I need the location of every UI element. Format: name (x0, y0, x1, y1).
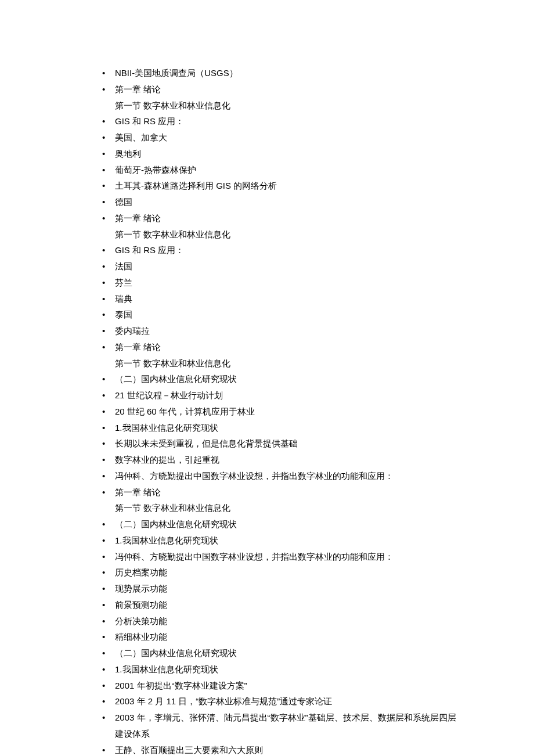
list-item: 历史档案功能 (99, 564, 464, 581)
list-item: 芬兰 (99, 275, 464, 291)
list-item: 数字林业的提出，引起重视 (99, 452, 464, 468)
list-item-text: （二）国内林业信息化研究现状 (115, 648, 237, 658)
list-item-text: （二）国内林业信息化研究现状 (115, 374, 237, 384)
list-item: 1.我国林业信息化研究现状 (99, 420, 464, 436)
list-item: 冯仲科、方晓勤提出中国数字林业设想，并指出数字林业的功能和应用： (99, 468, 464, 484)
list-item-text: 第一章 绪论 (115, 342, 161, 352)
list-item-text: 20 世纪 60 年代，计算机应用于林业 (115, 406, 255, 416)
list-item: 王静、张百顺提出三大要素和六大原则 (99, 742, 464, 757)
list-item: 第一章 绪论第一节 数字林业和林业信息化 (99, 81, 464, 114)
list-item: 前景预测功能 (99, 597, 464, 613)
list-item-text: 1.我国林业信息化研究现状 (115, 423, 218, 433)
list-item: 法国 (99, 258, 464, 275)
list-item-text: 2003 年 2 月 11 日，“数字林业标准与规范”通过专家论证 (115, 696, 332, 706)
list-item: （二）国内林业信息化研究现状 (99, 371, 464, 387)
list-item-text: 前景预测功能 (115, 600, 167, 610)
list-item: 精细林业功能 (99, 629, 464, 645)
list-item: 1.我国林业信息化研究现状 (99, 532, 464, 549)
list-item-text: 分析决策功能 (115, 616, 167, 626)
list-item: GIS 和 RS 应用： (99, 242, 464, 258)
list-item: NBII-美国地质调查局（USGS） (99, 65, 464, 81)
list-item: 第一章 绪论第一节 数字林业和林业信息化 (99, 210, 464, 243)
list-item: GIS 和 RS 应用： (99, 113, 464, 129)
list-item-text: 德国 (115, 197, 132, 207)
list-item: 美国、加拿大 (99, 129, 464, 146)
list-item: 长期以来未受到重视，但是信息化背景提供基础 (99, 435, 464, 452)
list-item-text: GIS 和 RS 应用： (115, 116, 184, 126)
list-item-text: 第一章 绪论 (115, 213, 161, 223)
list-item: 瑞典 (99, 291, 464, 307)
list-item-text: 法国 (115, 261, 132, 271)
list-item-text: 数字林业的提出，引起重视 (115, 455, 219, 465)
list-item-text: 葡萄牙-热带森林保护 (115, 165, 196, 175)
list-item-text: 精细林业功能 (115, 632, 167, 642)
list-item-text: 长期以来未受到重视，但是信息化背景提供基础 (115, 438, 298, 448)
list-item: 21 世纪议程－林业行动计划 (99, 387, 464, 404)
list-item-text: 土耳其-森林道路选择利用 GIS 的网络分析 (115, 181, 277, 190)
list-item: 葡萄牙-热带森林保护 (99, 162, 464, 178)
list-item-text: 冯仲科、方晓勤提出中国数字林业设想，并指出数字林业的功能和应用： (115, 552, 394, 561)
list-item-text: 现势展示功能 (115, 584, 167, 593)
list-item: 20 世纪 60 年代，计算机应用于林业 (99, 404, 464, 420)
list-item-text: （二）国内林业信息化研究现状 (115, 519, 237, 529)
list-item: 分析决策功能 (99, 613, 464, 629)
list-item: 奥地利 (99, 146, 464, 162)
list-item-text: NBII-美国地质调查局（USGS） (115, 68, 238, 78)
list-item: 委内瑞拉 (99, 323, 464, 339)
list-item: 德国 (99, 194, 464, 210)
list-item-subtext: 第一节 数字林业和林业信息化 (115, 355, 464, 372)
list-item-text: 历史档案功能 (115, 567, 167, 577)
list-item: 2003 年，李增元、张怀清、陆元昌提出“数字林业”基础层、技术层、数据层和系统… (99, 710, 464, 742)
document-page: NBII-美国地质调查局（USGS）第一章 绪论第一节 数字林业和林业信息化GI… (0, 0, 534, 756)
list-item: 冯仲科、方晓勤提出中国数字林业设想，并指出数字林业的功能和应用： (99, 549, 464, 565)
list-item-text: 芬兰 (115, 278, 132, 287)
list-item: 第一章 绪论第一节 数字林业和林业信息化 (99, 484, 464, 517)
list-item-text: 泰国 (115, 309, 132, 319)
list-item: 第一章 绪论第一节 数字林业和林业信息化 (99, 339, 464, 372)
list-item-subtext: 第一节 数字林业和林业信息化 (115, 98, 464, 114)
list-item: （二）国内林业信息化研究现状 (99, 645, 464, 661)
list-item-subtext: 第一节 数字林业和林业信息化 (115, 226, 464, 243)
list-item-text: 瑞典 (115, 294, 132, 304)
list-item-text: 美国、加拿大 (115, 132, 167, 142)
list-item-text: 2001 年初提出“数字林业建设方案” (115, 681, 247, 690)
list-item: 2001 年初提出“数字林业建设方案” (99, 678, 464, 694)
list-item: （二）国内林业信息化研究现状 (99, 516, 464, 532)
list-item-text: 2003 年，李增元、张怀清、陆元昌提出“数字林业”基础层、技术层、数据层和系统… (115, 712, 456, 739)
list-item: 1.我国林业信息化研究现状 (99, 661, 464, 678)
list-item-text: 21 世纪议程－林业行动计划 (115, 390, 223, 400)
list-item: 2003 年 2 月 11 日，“数字林业标准与规范”通过专家论证 (99, 693, 464, 710)
list-item-text: GIS 和 RS 应用： (115, 245, 184, 255)
list-item-text: 冯仲科、方晓勤提出中国数字林业设想，并指出数字林业的功能和应用： (115, 471, 394, 481)
list-item: 现势展示功能 (99, 581, 464, 597)
bullet-list: NBII-美国地质调查局（USGS）第一章 绪论第一节 数字林业和林业信息化GI… (99, 65, 464, 756)
list-item-text: 第一章 绪论 (115, 487, 161, 497)
list-item-text: 1.我国林业信息化研究现状 (115, 535, 218, 545)
list-item: 泰国 (99, 307, 464, 323)
list-item: 土耳其-森林道路选择利用 GIS 的网络分析 (99, 178, 464, 194)
list-item-text: 第一章 绪论 (115, 84, 161, 94)
list-item-text: 奥地利 (115, 149, 141, 159)
list-item-text: 王静、张百顺提出三大要素和六大原则 (115, 745, 263, 755)
list-item-text: 委内瑞拉 (115, 326, 150, 336)
list-item-text: 1.我国林业信息化研究现状 (115, 664, 218, 674)
list-item-subtext: 第一节 数字林业和林业信息化 (115, 500, 464, 516)
